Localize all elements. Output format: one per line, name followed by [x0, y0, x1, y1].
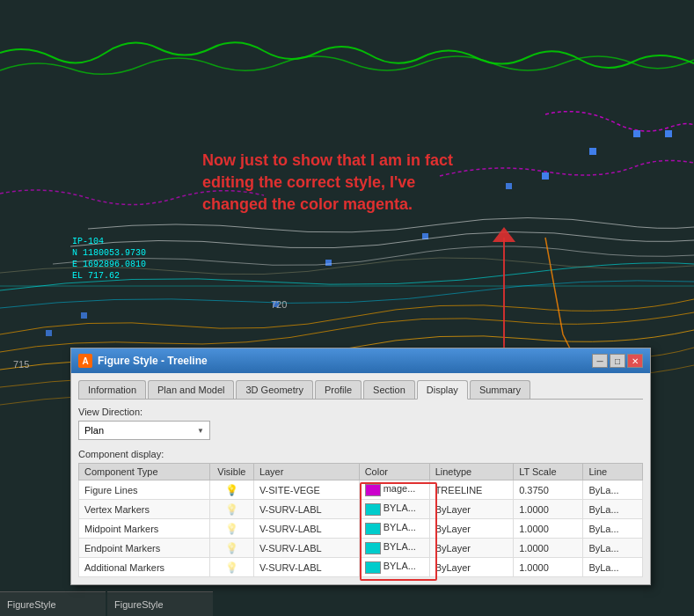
cell-type: Vertex Markers: [79, 500, 210, 519]
view-direction-select: Plan ▼: [78, 421, 643, 440]
cell-visible[interactable]: 💡: [209, 500, 253, 519]
figure-style-dialog: A Figure Style - Treeline ─ □ ✕ Informat…: [70, 348, 651, 585]
cell-color[interactable]: mage...: [359, 480, 429, 500]
dialog-content: Information Plan and Model 3D Geometry P…: [71, 373, 650, 584]
tab-section[interactable]: Section: [363, 380, 415, 399]
cell-color[interactable]: BYLA...: [359, 500, 429, 519]
cell-visible[interactable]: 💡: [209, 519, 253, 539]
cell-linetype: TREELINE: [429, 480, 514, 500]
cell-visible[interactable]: 💡: [209, 539, 253, 558]
visibility-icon[interactable]: 💡: [225, 561, 238, 574]
svg-rect-5: [506, 183, 512, 189]
color-label: BYLA...: [384, 522, 416, 532]
table-row[interactable]: Additional Markers💡V-SURV-LABLBYLA...ByL…: [79, 558, 643, 577]
color-label: BYLA...: [384, 502, 416, 513]
cell-type: Endpoint Markers: [79, 539, 210, 558]
cell-layer: V-SITE-VEGE: [253, 480, 359, 500]
cell-line: ByLa...: [583, 558, 643, 577]
cell-type: Figure Lines: [79, 480, 210, 500]
tab-plan-model[interactable]: Plan and Model: [148, 380, 234, 399]
cell-layer: V-SURV-LABL: [253, 500, 359, 519]
dropdown-arrow-icon: ▼: [197, 427, 204, 435]
cell-ltscale: 1.0000: [514, 519, 583, 539]
col-header-layer: Layer: [253, 464, 359, 480]
dialog-controls: ─ □ ✕: [592, 354, 643, 368]
visibility-icon[interactable]: 💡: [225, 542, 238, 554]
cell-color[interactable]: BYLA...: [359, 558, 429, 577]
cell-linetype: ByLayer: [429, 519, 514, 539]
tab-geometry[interactable]: 3D Geometry: [236, 380, 312, 399]
tab-display[interactable]: Display: [417, 380, 468, 400]
cell-ltscale: 0.3750: [514, 480, 583, 500]
dialog-titlebar: A Figure Style - Treeline ─ □ ✕: [71, 348, 650, 373]
table-row[interactable]: Midpoint Markers💡V-SURV-LABLBYLA...ByLay…: [79, 519, 643, 539]
close-button[interactable]: ✕: [627, 354, 643, 368]
tab-information[interactable]: Information: [78, 380, 146, 399]
table-row[interactable]: Figure Lines💡V-SITE-VEGEmage...TREELINE0…: [79, 480, 643, 500]
tab-bar: Information Plan and Model 3D Geometry P…: [78, 380, 643, 400]
cell-color[interactable]: BYLA...: [359, 539, 429, 558]
visibility-icon[interactable]: 💡: [225, 503, 238, 516]
svg-rect-4: [665, 130, 672, 137]
cell-linetype: ByLayer: [429, 539, 514, 558]
cell-layer: V-SURV-LABL: [253, 558, 359, 577]
col-header-type: Component Type: [79, 464, 210, 480]
cell-type: Additional Markers: [79, 558, 210, 577]
color-label: BYLA...: [384, 561, 416, 571]
cell-line: ByLa...: [583, 519, 643, 539]
svg-rect-2: [589, 148, 596, 155]
cell-visible[interactable]: 💡: [209, 480, 253, 500]
color-swatch: [365, 503, 381, 516]
cell-linetype: ByLayer: [429, 500, 514, 519]
table-row[interactable]: Vertex Markers💡V-SURV-LABLBYLA...ByLayer…: [79, 500, 643, 519]
component-display-label: Component display:: [78, 449, 643, 459]
col-header-linetype: Linetype: [429, 464, 514, 480]
table-row[interactable]: Endpoint Markers💡V-SURV-LABLBYLA...ByLay…: [79, 539, 643, 558]
svg-rect-9: [81, 312, 87, 319]
color-swatch: [365, 523, 381, 535]
component-table-container: Component Type Visible Layer Color Linet…: [78, 463, 643, 577]
visibility-icon[interactable]: 💡: [225, 484, 238, 496]
svg-text:715: 715: [13, 359, 29, 370]
color-label: mage...: [384, 483, 416, 494]
cell-layer: V-SURV-LABL: [253, 519, 359, 539]
tab-profile[interactable]: Profile: [315, 380, 362, 399]
view-direction-label: View Direction:: [78, 407, 643, 417]
cell-layer: V-SURV-LABL: [253, 539, 359, 558]
dialog-icon: A: [78, 354, 92, 368]
svg-rect-3: [633, 130, 640, 137]
cell-color[interactable]: BYLA...: [359, 519, 429, 539]
maximize-button[interactable]: □: [610, 354, 625, 368]
dialog-title-left: A Figure Style - Treeline: [78, 354, 208, 368]
cell-ltscale: 1.0000: [514, 500, 583, 519]
color-swatch: [365, 561, 381, 574]
cell-type: Midpoint Markers: [79, 519, 210, 539]
dialog-title: Figure Style - Treeline: [98, 355, 208, 367]
col-header-line: Line: [583, 464, 643, 480]
color-swatch: [365, 542, 381, 554]
component-table: Component Type Visible Layer Color Linet…: [78, 463, 643, 577]
color-label: BYLA...: [384, 541, 416, 552]
table-header-row: Component Type Visible Layer Color Linet…: [79, 464, 643, 480]
taskbar-item-2[interactable]: FigureStyle: [107, 591, 213, 616]
cell-line: ByLa...: [583, 480, 643, 500]
view-direction-dropdown[interactable]: Plan ▼: [78, 421, 210, 440]
minimize-button[interactable]: ─: [592, 354, 608, 368]
svg-rect-10: [46, 330, 52, 336]
cell-ltscale: 1.0000: [514, 558, 583, 577]
col-header-ltscale: LT Scale: [514, 464, 583, 480]
cell-linetype: ByLayer: [429, 558, 514, 577]
color-swatch: [365, 484, 381, 496]
cell-ltscale: 1.0000: [514, 539, 583, 558]
col-header-visible: Visible: [209, 464, 253, 480]
cell-line: ByLa...: [583, 500, 643, 519]
visibility-icon[interactable]: 💡: [225, 523, 238, 535]
cell-line: ByLa...: [583, 539, 643, 558]
svg-rect-1: [542, 172, 549, 180]
tab-summary[interactable]: Summary: [470, 380, 530, 399]
taskbar-item-1[interactable]: FigureStyle: [0, 591, 106, 616]
cell-visible[interactable]: 💡: [209, 558, 253, 577]
col-header-color: Color: [359, 464, 429, 480]
svg-text:720: 720: [271, 299, 287, 310]
